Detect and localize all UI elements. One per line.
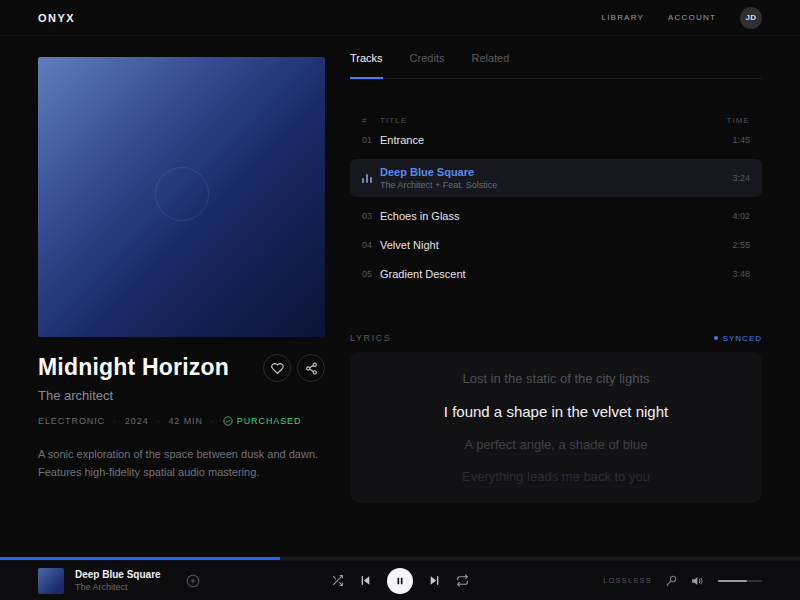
playback-controls <box>331 568 469 594</box>
lyric-line-current: I found a shape in the velvet night <box>444 403 668 420</box>
share-button[interactable] <box>297 354 325 382</box>
meta-separator: · <box>113 416 117 426</box>
top-nav: LIBRARY ACCOUNT JD <box>602 7 762 29</box>
favorite-button[interactable] <box>263 354 291 382</box>
lyrics-label: LYRICS <box>350 333 391 343</box>
shuffle-button[interactable] <box>331 574 344 587</box>
album-description: A sonic exploration of the space between… <box>38 445 330 481</box>
header-number: # <box>362 116 380 125</box>
avatar[interactable]: JD <box>740 7 762 29</box>
track-number: 01 <box>362 135 380 145</box>
pause-icon <box>395 576 405 586</box>
now-playing-thumbnail[interactable] <box>38 568 64 594</box>
tracklist-header: # TITLE TIME <box>350 116 762 125</box>
skip-back-icon <box>359 574 372 587</box>
app-window: ONYX LIBRARY ACCOUNT JD Midnight Horizon… <box>0 0 800 600</box>
meta-genre: ELECTRONIC <box>38 416 105 426</box>
volume-icon[interactable] <box>691 574 705 588</box>
track-row[interactable]: 05 Gradient Descent 3:48 <box>350 259 762 288</box>
album-art <box>38 57 325 337</box>
track-time: 2:55 <box>732 240 750 250</box>
lyric-line: A perfect angle, a shade of blue <box>465 437 648 452</box>
tab-credits[interactable]: Credits <box>410 52 445 78</box>
track-row[interactable]: 04 Velvet Night 2:55 <box>350 230 762 259</box>
purchased-label: PURCHASED <box>237 416 302 426</box>
album-meta: ELECTRONIC · 2024 · 42 MIN · PURCHASED <box>38 416 325 426</box>
album-artist: The architect <box>38 388 325 403</box>
meta-separator: · <box>157 416 161 426</box>
header-title: TITLE <box>380 116 726 125</box>
share-icon <box>305 362 318 375</box>
track-time: 4:02 <box>732 211 750 221</box>
track-row[interactable]: 03 Echoes in Glass 4:02 <box>350 201 762 230</box>
repeat-icon <box>456 574 469 587</box>
nav-account[interactable]: ACCOUNT <box>668 13 716 22</box>
album-title: Midnight Horizon <box>38 354 229 380</box>
shuffle-icon <box>331 574 344 587</box>
meta-separator: · <box>211 416 215 426</box>
meta-year: 2024 <box>125 416 149 426</box>
volume-slider[interactable] <box>718 580 762 582</box>
header-time: TIME <box>726 116 750 125</box>
equalizer-icon <box>362 173 380 183</box>
track-row[interactable]: 01 Entrance 1:45 <box>350 125 762 154</box>
track-title: Velvet Night <box>380 239 732 251</box>
track-title: Gradient Descent <box>380 268 732 280</box>
track-title: Deep Blue Square <box>380 166 732 178</box>
tab-tracks[interactable]: Tracks <box>350 52 383 79</box>
track-number: 04 <box>362 240 380 250</box>
plus-circle-icon <box>186 574 200 588</box>
album-title-row: Midnight Horizon <box>38 354 325 382</box>
detail-panel: Tracks Credits Related # TITLE TIME 01 E… <box>350 36 762 503</box>
nav-library[interactable]: LIBRARY <box>602 13 645 22</box>
track-subtitle: The Architect + Feat. Solstice <box>380 180 732 190</box>
track-time: 3:24 <box>732 173 750 183</box>
quality-badge: LOSSLESS <box>603 576 652 585</box>
purchased-badge: PURCHASED <box>223 416 302 426</box>
synced-label: SYNCED <box>723 334 762 343</box>
lyrics-header: LYRICS SYNCED <box>350 333 762 343</box>
top-bar: ONYX LIBRARY ACCOUNT JD <box>0 0 800 36</box>
album-art-circle-motif <box>155 167 209 221</box>
now-playing: Deep Blue Square The Architect <box>38 568 200 594</box>
lyric-line: Lost in the static of the city lights <box>462 371 649 386</box>
track-text-stack: Deep Blue Square The Architect + Feat. S… <box>380 166 732 190</box>
heart-icon <box>271 362 284 375</box>
album-panel: Midnight Horizon The architect ELECTRONI… <box>38 36 325 481</box>
player-right-cluster: LOSSLESS <box>603 574 762 588</box>
now-playing-artist: The Architect <box>75 582 161 592</box>
skip-forward-icon <box>428 574 441 587</box>
track-time: 3:48 <box>732 269 750 279</box>
track-title: Echoes in Glass <box>380 210 732 222</box>
now-playing-title: Deep Blue Square <box>75 569 161 580</box>
player-bar: Deep Blue Square The Architect <box>0 560 800 600</box>
track-number: 03 <box>362 211 380 221</box>
tab-related[interactable]: Related <box>471 52 509 78</box>
previous-button[interactable] <box>359 574 372 587</box>
mic-icon[interactable] <box>665 574 678 587</box>
lyric-line: Everything leads me back to you <box>462 469 650 484</box>
repeat-button[interactable] <box>456 574 469 587</box>
lyrics-panel: Lost in the static of the city lights I … <box>350 352 762 503</box>
synced-dot-icon <box>714 336 718 340</box>
volume-slider-fill <box>718 580 747 582</box>
meta-duration: 42 MIN <box>168 416 202 426</box>
check-circle-icon <box>223 416 233 426</box>
play-pause-button[interactable] <box>387 568 413 594</box>
track-number: 05 <box>362 269 380 279</box>
tab-bar: Tracks Credits Related <box>350 52 762 79</box>
synced-badge: SYNCED <box>714 334 762 343</box>
track-time: 1:45 <box>732 135 750 145</box>
track-row-playing[interactable]: Deep Blue Square The Architect + Feat. S… <box>350 159 762 197</box>
now-playing-meta: Deep Blue Square The Architect <box>75 569 161 592</box>
next-button[interactable] <box>428 574 441 587</box>
add-to-playlist-button[interactable] <box>186 574 200 588</box>
album-actions <box>263 354 325 382</box>
brand-logo: ONYX <box>38 12 75 24</box>
track-title: Entrance <box>380 134 732 146</box>
tracklist: 01 Entrance 1:45 Deep Blue Square The Ar… <box>350 125 762 288</box>
